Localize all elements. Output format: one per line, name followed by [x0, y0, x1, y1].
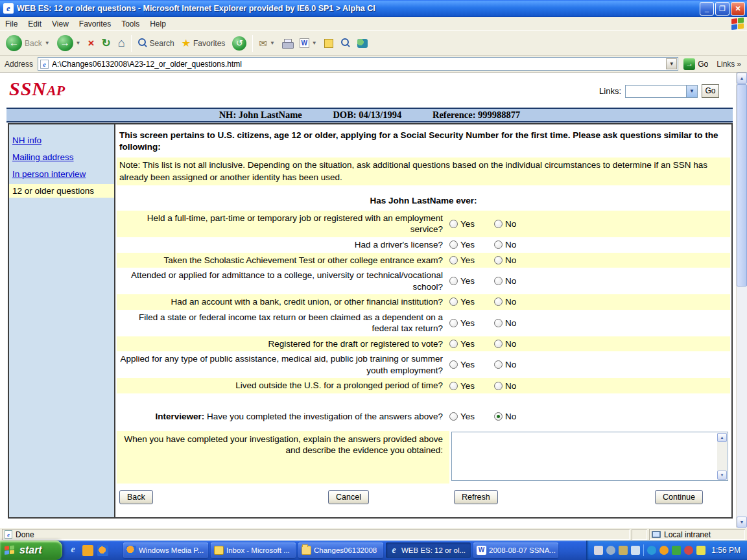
close-button[interactable]: ✕ — [731, 2, 745, 16]
quick-launch-media-icon[interactable] — [97, 545, 108, 556]
refresh-button[interactable]: ↻ — [98, 33, 113, 54]
links-toolbar-toggle[interactable]: Links » — [713, 60, 744, 69]
vertical-scrollbar[interactable]: ▲ ▼ — [736, 73, 747, 528]
research-button[interactable] — [337, 33, 353, 54]
yes-radio-option[interactable]: Yes — [449, 255, 475, 265]
textarea-scrollbar[interactable]: ▲ ▼ — [717, 433, 727, 480]
edit-dropdown-icon[interactable]: ▼ — [312, 40, 317, 46]
tray-icon-2[interactable] — [606, 546, 615, 555]
scroll-down-icon[interactable]: ▼ — [717, 471, 727, 480]
radio-icon[interactable] — [494, 382, 503, 390]
stop-button[interactable]: × — [85, 33, 98, 54]
radio-icon[interactable] — [449, 360, 458, 369]
mail-button[interactable]: ✉ ▼ — [255, 33, 278, 54]
yes-radio-option[interactable]: Yes — [449, 219, 475, 229]
radio-icon[interactable] — [449, 412, 458, 421]
forward-button[interactable]: → ▼ — [54, 33, 84, 54]
mail-dropdown-icon[interactable]: ▼ — [270, 40, 275, 46]
tray-icon-9[interactable] — [696, 546, 706, 555]
sidebar-item-12-or-older-questions[interactable]: 12 or older questions — [9, 184, 114, 198]
explanation-textarea[interactable] — [451, 432, 728, 481]
no-radio-option[interactable]: No — [494, 412, 516, 421]
no-radio-option[interactable]: No — [494, 297, 516, 307]
messenger-button[interactable] — [354, 33, 371, 54]
menu-favorites[interactable]: Favorites — [74, 18, 116, 30]
no-radio-option[interactable]: No — [494, 255, 516, 265]
radio-icon[interactable] — [449, 298, 458, 306]
favorites-button[interactable]: ★ Favorites — [178, 33, 229, 54]
task-folder-changes[interactable]: Changes06132008 — [298, 542, 383, 558]
radio-icon[interactable] — [449, 256, 458, 264]
search-button[interactable]: Search — [134, 33, 178, 54]
back-form-button[interactable]: Back — [119, 490, 153, 504]
address-dropdown-icon[interactable]: ▼ — [666, 58, 677, 69]
yes-radio-option[interactable]: Yes — [449, 297, 475, 307]
back-button[interactable]: ← Back ▼ — [3, 33, 53, 54]
back-dropdown-icon[interactable]: ▼ — [45, 40, 50, 46]
radio-icon[interactable] — [494, 220, 503, 228]
history-button[interactable]: ↺ — [229, 33, 250, 54]
radio-icon[interactable] — [449, 340, 458, 348]
scroll-up-icon[interactable]: ▲ — [717, 433, 727, 442]
yes-radio-option[interactable]: Yes — [449, 276, 475, 286]
restore-button[interactable]: ❐ — [715, 2, 729, 16]
notes-button[interactable] — [321, 33, 337, 54]
radio-icon[interactable] — [449, 382, 458, 390]
radio-icon[interactable] — [494, 277, 503, 285]
tray-icon-3[interactable] — [619, 546, 628, 555]
task-word-document[interactable]: W 2008-08-07 SSNA... — [473, 542, 558, 558]
no-radio-option[interactable]: No — [494, 318, 516, 328]
tray-icon-5[interactable] — [647, 546, 656, 555]
radio-icon[interactable] — [494, 412, 503, 421]
radio-icon[interactable] — [449, 277, 458, 285]
tray-icon-6[interactable] — [659, 546, 669, 555]
menu-tools[interactable]: Tools — [116, 18, 145, 30]
menu-file[interactable]: File — [0, 18, 23, 30]
radio-icon[interactable] — [449, 319, 458, 327]
address-input[interactable]: e A:\Changes06132008\A23-12_or_older_que… — [38, 57, 678, 71]
no-radio-option[interactable]: No — [494, 360, 516, 369]
cancel-button[interactable]: Cancel — [328, 490, 369, 504]
minimize-button[interactable]: _ — [700, 2, 714, 16]
radio-icon[interactable] — [494, 340, 503, 348]
no-radio-option[interactable]: No — [494, 381, 516, 391]
radio-icon[interactable] — [494, 360, 503, 369]
yes-radio-option[interactable]: Yes — [449, 240, 475, 250]
radio-icon[interactable] — [449, 220, 458, 228]
refresh-form-button[interactable]: Refresh — [454, 490, 498, 504]
continue-button[interactable]: Continue — [655, 490, 703, 504]
radio-icon[interactable] — [494, 298, 503, 306]
menu-help[interactable]: Help — [145, 18, 171, 30]
yes-radio-option[interactable]: Yes — [449, 412, 475, 421]
yes-radio-option[interactable]: Yes — [449, 339, 475, 349]
start-button[interactable]: start — [0, 541, 62, 560]
tray-icon-7[interactable] — [672, 546, 681, 555]
sidebar-item-nh-info[interactable]: NH info — [9, 134, 114, 147]
radio-icon[interactable] — [449, 240, 458, 249]
yes-radio-option[interactable]: Yes — [449, 318, 475, 328]
tray-icon-1[interactable] — [594, 546, 603, 555]
forward-dropdown-icon[interactable]: ▼ — [76, 40, 81, 46]
radio-icon[interactable] — [494, 319, 503, 327]
tray-icon-4[interactable] — [631, 546, 640, 555]
edit-with-word-button[interactable]: W ▼ — [296, 33, 320, 54]
combobox-arrow-icon[interactable]: ▼ — [686, 86, 697, 97]
yes-radio-option[interactable]: Yes — [449, 360, 475, 369]
tray-icon-8[interactable] — [684, 546, 693, 555]
page-go-button[interactable]: Go — [702, 84, 719, 98]
scrollbar-track[interactable] — [737, 287, 747, 517]
radio-icon[interactable] — [494, 240, 503, 249]
links-combobox[interactable]: ▼ — [625, 85, 698, 98]
no-radio-option[interactable]: No — [494, 219, 516, 229]
scrollbar-thumb[interactable] — [737, 84, 747, 286]
sidebar-item-mailing-address[interactable]: Mailing address — [9, 150, 114, 164]
quick-launch-outlook-icon[interactable] — [82, 545, 93, 556]
go-button[interactable]: → Go — [681, 58, 711, 70]
quick-launch-ie-icon[interactable]: e — [67, 545, 78, 556]
radio-icon[interactable] — [494, 256, 503, 264]
yes-radio-option[interactable]: Yes — [449, 381, 475, 391]
menu-view[interactable]: View — [47, 18, 74, 30]
print-button[interactable] — [279, 33, 296, 54]
no-radio-option[interactable]: No — [494, 240, 516, 250]
address-value[interactable]: A:\Changes06132008\A23-12_or_older_quest… — [52, 60, 663, 69]
